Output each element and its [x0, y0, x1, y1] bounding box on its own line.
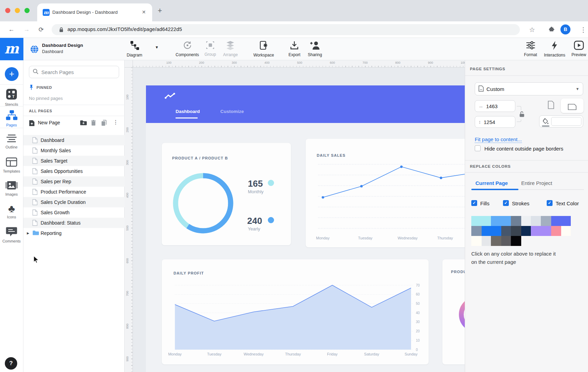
components-button[interactable]: Components: [176, 41, 199, 57]
daily-sales-card[interactable]: DAILY SALES MondayTuesdayWednesdayThursd…: [306, 139, 465, 247]
color-swatch[interactable]: [521, 216, 531, 226]
moqups-logo[interactable]: m: [0, 38, 23, 60]
color-swatch[interactable]: [471, 216, 491, 226]
back-icon[interactable]: ←: [8, 26, 14, 33]
sidebar-item-comments[interactable]: Comments: [0, 227, 23, 243]
format-button[interactable]: Format: [524, 41, 537, 57]
window-close-button[interactable]: [5, 8, 10, 13]
sidebar-item-stencils[interactable]: T Stencils: [0, 89, 23, 106]
color-swatch[interactable]: [491, 236, 501, 246]
preview-button[interactable]: Preview: [571, 41, 586, 57]
color-swatch[interactable]: [531, 216, 541, 226]
folder-expand-caret-icon[interactable]: ▶: [27, 231, 29, 235]
sidebar-item-templates[interactable]: Templates: [0, 157, 23, 173]
forward-icon[interactable]: →: [23, 26, 30, 33]
page-settings-header: PAGE SETTINGS: [470, 67, 505, 71]
color-swatch[interactable]: [501, 236, 511, 246]
mockup-tab-dashboard[interactable]: Dashboard: [176, 109, 200, 114]
page-list-item[interactable]: Sales Target: [23, 156, 125, 166]
partial-product-card[interactable]: PRODU: [442, 259, 465, 364]
page-list-item[interactable]: Sales Opportunities: [23, 166, 125, 176]
color-swatch[interactable]: [482, 226, 501, 236]
page-list-item[interactable]: Monthly Sales: [23, 145, 125, 156]
tab-current-page[interactable]: Current Page: [475, 180, 508, 186]
window-zoom-button[interactable]: [24, 8, 30, 13]
mockup-tab-customize[interactable]: Customize: [220, 109, 244, 114]
tab-entire-project[interactable]: Entire Project: [521, 180, 552, 186]
tab-close-icon[interactable]: ✕: [142, 9, 146, 15]
project-title-block[interactable]: Dashboard Design Dashboard: [42, 43, 83, 54]
new-folder-icon[interactable]: [80, 120, 87, 127]
export-button[interactable]: Export: [288, 41, 301, 57]
strokes-checkbox[interactable]: ✓: [503, 200, 509, 206]
sidebar-item-images[interactable]: Images: [0, 181, 23, 196]
arrange-button[interactable]: Arrange: [223, 41, 238, 57]
sidebar-item-outline[interactable]: Outline: [0, 134, 23, 149]
page-width-input[interactable]: ↔ 1463: [475, 100, 515, 112]
help-button[interactable]: ?: [5, 357, 17, 370]
sharing-button[interactable]: Sharing: [308, 41, 322, 57]
page-list-item[interactable]: Sales per Rep: [23, 176, 125, 187]
page-list-item[interactable]: Dashboard: Status: [23, 218, 125, 228]
hide-content-checkbox[interactable]: [475, 145, 481, 151]
page-list-item[interactable]: Sales Cycle Duration: [23, 197, 125, 207]
color-swatch[interactable]: [501, 226, 511, 236]
delete-page-icon[interactable]: [91, 120, 96, 127]
extensions-puzzle-icon[interactable]: [548, 27, 554, 34]
reload-icon[interactable]: ⟳: [39, 26, 44, 33]
search-pages-input[interactable]: Search Pages: [29, 66, 119, 78]
fill-color-value-input[interactable]: [551, 117, 581, 126]
window-minimize-button[interactable]: [15, 8, 20, 13]
page-list-item[interactable]: Dashboard: [23, 135, 125, 145]
address-bar[interactable]: app.moqups.com/JkxITO5lfx/edit/page/ad64…: [52, 24, 520, 35]
page-size-preset-select[interactable]: Custom ▼: [475, 82, 583, 95]
new-tab-button[interactable]: +: [158, 8, 162, 14]
color-swatch[interactable]: [491, 216, 511, 226]
add-new-button[interactable]: +: [5, 67, 19, 81]
page-file-icon: [32, 147, 38, 155]
product-donut-card[interactable]: PRODUCT A / PRODUCT B 165 Monthly 240 Ye…: [162, 143, 291, 245]
diagram-dropdown-caret-icon[interactable]: ▼: [155, 45, 159, 49]
page-list-item[interactable]: Sales Growth: [23, 207, 125, 218]
color-swatch[interactable]: [482, 236, 491, 246]
color-swatch[interactable]: [541, 216, 551, 226]
color-swatch[interactable]: [521, 226, 531, 236]
fills-checkbox[interactable]: ✓: [471, 200, 477, 206]
portrait-orientation-icon[interactable]: [548, 101, 554, 111]
pages-kebab-menu-icon[interactable]: ⋮: [113, 119, 118, 125]
sidebar-item-icons[interactable]: ♣ Icons: [0, 204, 23, 219]
page-fill-color-control[interactable]: [539, 115, 583, 127]
group-button[interactable]: Group: [204, 41, 216, 57]
new-page-label[interactable]: New Page: [38, 120, 60, 125]
chrome-menu-kebab-icon[interactable]: ⋮: [580, 26, 587, 34]
interactions-button[interactable]: Interactions: [544, 41, 565, 58]
profile-avatar[interactable]: B: [560, 24, 570, 34]
color-swatch[interactable]: [551, 226, 561, 236]
color-swatch[interactable]: [471, 236, 482, 246]
color-swatch[interactable]: [511, 216, 521, 226]
daily-profit-card[interactable]: DAILY PROFIT 706050403020100MondayTuesda…: [162, 259, 429, 364]
landscape-orientation-button[interactable]: [561, 99, 584, 113]
page-list-item[interactable]: Product Performance: [23, 187, 125, 197]
workspace-button[interactable]: Workspace: [253, 41, 274, 58]
color-swatch[interactable]: [551, 216, 571, 226]
color-swatch[interactable]: [531, 226, 551, 236]
globe-icon[interactable]: [30, 45, 39, 55]
color-swatch[interactable]: [511, 236, 521, 246]
page-height-input[interactable]: ↕ 1254: [475, 116, 515, 128]
color-swatch[interactable]: [511, 226, 521, 236]
aspect-lock-icon[interactable]: [519, 110, 525, 120]
duplicate-page-icon[interactable]: [101, 120, 107, 127]
editor-canvas[interactable]: 1002003004005006007008009001000 10020030…: [125, 60, 465, 372]
new-page-icon[interactable]: [29, 120, 35, 128]
folder-list-item[interactable]: ▶Reporting: [23, 228, 125, 238]
fit-page-to-content-link[interactable]: Fit page to content...: [475, 136, 522, 143]
text-color-checkbox[interactable]: ✓: [547, 200, 553, 206]
color-swatch[interactable]: [561, 226, 571, 236]
mockup-header-bar[interactable]: Dashboard Customize: [146, 85, 465, 123]
browser-tab[interactable]: m Dashboard Design - Dashboard ✕: [37, 3, 152, 21]
bookmark-star-icon[interactable]: ☆: [529, 26, 535, 34]
diagram-tool-button[interactable]: Diagram: [127, 41, 142, 58]
sidebar-item-pages[interactable]: Pages: [0, 110, 23, 127]
color-swatch[interactable]: [471, 226, 482, 236]
